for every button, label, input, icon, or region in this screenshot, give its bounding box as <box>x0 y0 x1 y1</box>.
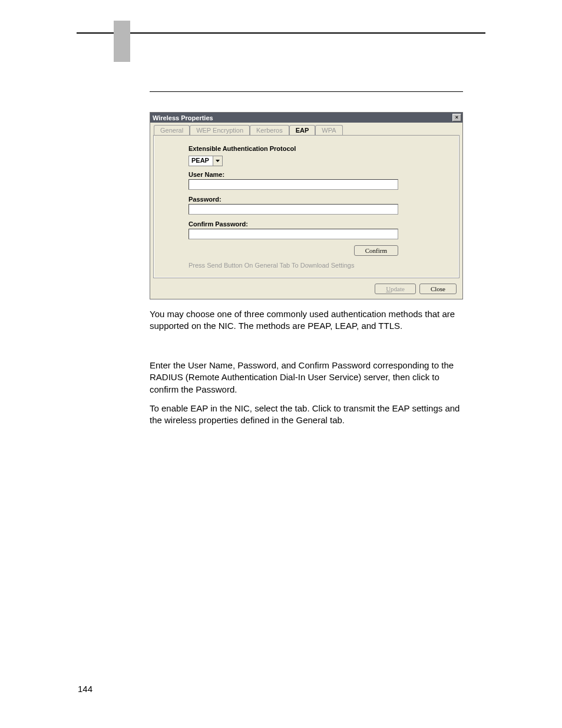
dialog-window: Wireless Properties × General WEP Encryp… <box>150 112 463 299</box>
chapter-tab-marker <box>114 21 130 62</box>
confirm-button-row: Confirm <box>189 245 398 256</box>
tab-eap[interactable]: EAP <box>289 125 316 135</box>
close-button[interactable]: Close <box>419 284 457 294</box>
section-rule <box>150 91 463 92</box>
svg-marker-0 <box>216 160 220 162</box>
eap-tab-panel: Extensible Authentication Protocol PEAP … <box>154 136 459 278</box>
paragraph-enable-eap: To enable EAP in the NIC, select the tab… <box>150 403 463 427</box>
dialog-titlebar: Wireless Properties × <box>150 113 462 123</box>
para3-text-b: tab. Click <box>295 403 334 413</box>
password-input[interactable] <box>189 204 398 215</box>
password-label: Password: <box>189 196 458 203</box>
page-number: 144 <box>78 684 92 694</box>
close-icon[interactable]: × <box>452 114 461 121</box>
eap-protocol-select[interactable]: PEAP <box>189 156 223 166</box>
username-label: User Name: <box>189 171 458 178</box>
confirm-password-input[interactable] <box>189 229 398 239</box>
tab-strip: General WEP Encryption Kerberos EAP WPA <box>154 125 459 136</box>
chevron-down-icon[interactable] <box>213 156 222 166</box>
header-rule <box>77 32 485 34</box>
dialog-body: General WEP Encryption Kerberos EAP WPA … <box>150 123 462 299</box>
dialog-button-row: Update Close <box>154 284 459 294</box>
tab-kerberos[interactable]: Kerberos <box>250 125 289 135</box>
paragraph-credentials: Enter the User Name, Password, and Confi… <box>150 360 463 396</box>
confirm-password-label: Confirm Password: <box>189 220 458 228</box>
update-button-rest: pdate <box>391 285 405 292</box>
wireless-properties-dialog-figure: Wireless Properties × General WEP Encryp… <box>150 112 463 299</box>
tab-wpa[interactable]: WPA <box>315 125 342 135</box>
status-line: Press Send Button On General Tab To Down… <box>189 262 458 269</box>
confirm-button[interactable]: Confirm <box>354 245 398 256</box>
tab-general[interactable]: General <box>154 125 190 135</box>
eap-protocol-value: PEAP <box>189 156 213 166</box>
para3-text-a: To enable EAP in the NIC, select the <box>150 403 295 413</box>
username-input[interactable] <box>189 179 398 190</box>
update-button[interactable]: Update <box>375 284 416 294</box>
para2-text-a: Enter the User Name, Password, and Confi… <box>150 360 454 382</box>
paragraph-auth-methods: You may choose one of three commonly use… <box>150 308 463 332</box>
tab-wep-encryption[interactable]: WEP Encryption <box>190 125 250 135</box>
dialog-title: Wireless Properties <box>153 114 213 121</box>
eap-protocol-label: Extensible Authentication Protocol <box>189 145 458 152</box>
